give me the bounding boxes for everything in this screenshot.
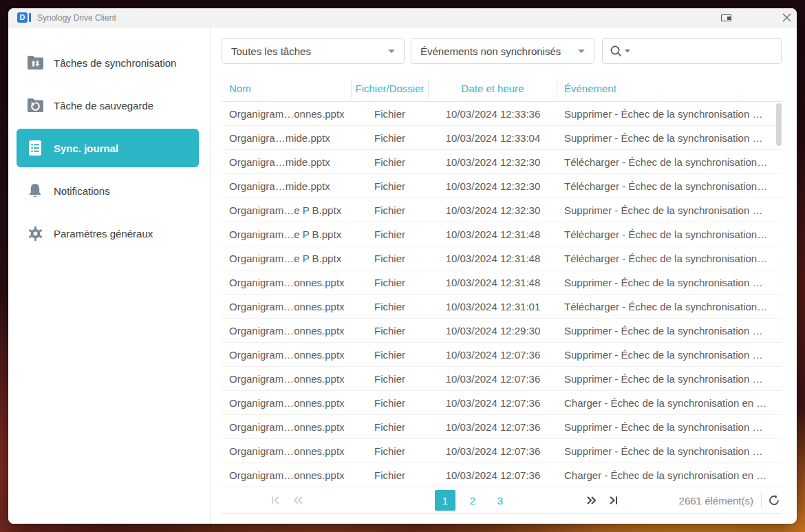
sidebar-item-label: Paramètres généraux — [54, 228, 153, 240]
close-icon[interactable] — [776, 8, 797, 28]
table-row[interactable]: Organigram…onnes.pptxFichier10/03/2024 1… — [222, 391, 782, 415]
datetime-cell: 10/03/2024 12:33:04 — [429, 132, 557, 144]
table-row[interactable]: Organigram…onnes.pptxFichier10/03/2024 1… — [222, 463, 782, 487]
table-header: Nom Fichier/Dossier Date et heure Événem… — [222, 76, 782, 102]
file-name-cell: Organigram…onnes.pptx — [222, 397, 351, 409]
file-type-cell: Fichier — [351, 397, 429, 409]
file-type-cell: Fichier — [351, 301, 429, 312]
refresh-icon[interactable] — [767, 493, 781, 507]
page-button-2[interactable]: 2 — [462, 490, 483, 511]
event-cell: Charger - Échec de la synchronisation en… — [557, 397, 782, 409]
sidebar-item-label: Notifications — [54, 185, 110, 197]
file-type-cell: Fichier — [351, 253, 429, 264]
table-row[interactable]: Organigram…onnes.pptxFichier10/03/2024 1… — [222, 439, 782, 463]
sidebar-item-sync-journal[interactable]: Sync. journal — [17, 129, 199, 167]
minimize-to-tray-icon[interactable] — [720, 12, 733, 23]
event-filter-dropdown[interactable]: Événements non synchronisés — [411, 38, 594, 64]
search-box[interactable] — [602, 38, 782, 64]
sidebar-item-label: Tâches de synchronisation — [54, 57, 176, 69]
column-header-event[interactable]: Événement — [557, 80, 782, 98]
titlebar[interactable]: D Synology Drive Client — [8, 8, 797, 28]
event-cell: Supprimer - Échec de la synchronisation … — [557, 325, 782, 337]
folder-backup-icon — [26, 96, 44, 114]
table-row[interactable]: Organigra…mide.pptxFichier10/03/2024 12:… — [222, 150, 782, 174]
page-button-3[interactable]: 3 — [490, 490, 511, 511]
sidebar-item-backup-task[interactable]: Tâche de sauvegarde — [8, 84, 210, 127]
previous-page-icon[interactable] — [292, 494, 304, 507]
divider — [761, 493, 762, 508]
table-row[interactable]: Organigram…onnes.pptxFichier10/03/2024 1… — [222, 415, 782, 439]
search-input[interactable] — [636, 45, 774, 57]
event-cell: Supprimer - Échec de la synchronisation … — [557, 421, 782, 433]
next-page-icon[interactable] — [585, 494, 597, 507]
datetime-cell: 10/03/2024 12:07:36 — [429, 421, 557, 433]
event-cell: Télécharger - Échec de la synchronisatio… — [557, 180, 782, 192]
file-name-cell: Organigram…e P B.pptx — [222, 228, 351, 240]
last-page-icon[interactable] — [608, 494, 620, 507]
datetime-cell: 10/03/2024 12:31:48 — [429, 228, 557, 240]
column-header-datetime[interactable]: Date et heure — [429, 80, 557, 98]
column-header-name[interactable]: Nom — [222, 80, 351, 98]
event-cell: Télécharger - Échec de la synchronisatio… — [557, 156, 782, 168]
file-name-cell: Organigram…e P B.pptx — [222, 204, 351, 216]
task-filter-value: Toutes les tâches — [231, 45, 311, 57]
scrollbar-thumb[interactable] — [776, 103, 782, 146]
file-name-cell: Organigram…onnes.pptx — [222, 349, 351, 361]
file-name-cell: Organigram…onnes.pptx — [222, 469, 351, 481]
column-header-file-folder[interactable]: Fichier/Dossier — [351, 80, 429, 98]
sidebar-item-label: Tâche de sauvegarde — [54, 100, 153, 111]
pagination-bar: 1 2 3 2661 élément(s) — [222, 487, 782, 514]
file-name-cell: Organigram…onnes.pptx — [222, 421, 351, 433]
search-filter-caret-icon — [625, 50, 630, 52]
datetime-cell: 10/03/2024 12:07:36 — [429, 397, 557, 409]
file-type-cell: Fichier — [351, 349, 429, 361]
table-row[interactable]: Organigram…onnes.pptxFichier10/03/2024 1… — [222, 367, 782, 391]
table-row[interactable]: Organigram…onnes.pptxFichier10/03/2024 1… — [222, 102, 782, 126]
datetime-cell: 10/03/2024 12:32:30 — [429, 156, 557, 168]
app-window: D Synology Drive Client Tâches de synchr… — [8, 8, 797, 524]
sync-log-table: Nom Fichier/Dossier Date et heure Événem… — [222, 76, 782, 487]
page-numbers: 1 2 3 — [435, 490, 511, 511]
datetime-cell: 10/03/2024 12:29:30 — [429, 325, 557, 337]
file-type-cell: Fichier — [351, 277, 429, 288]
datetime-cell: 10/03/2024 12:31:01 — [429, 301, 557, 312]
sidebar-item-general-settings[interactable]: Paramètres généraux — [8, 212, 210, 255]
chevron-down-icon — [578, 50, 585, 53]
table-row[interactable]: Organigram…onnes.pptxFichier10/03/2024 1… — [222, 295, 782, 319]
file-name-cell: Organigram…onnes.pptx — [222, 301, 351, 312]
first-page-icon[interactable] — [269, 494, 281, 507]
window-title: Synology Drive Client — [37, 13, 116, 23]
file-type-cell: Fichier — [351, 445, 429, 457]
sidebar-item-notifications[interactable]: Notifications — [8, 169, 210, 212]
file-type-cell: Fichier — [351, 325, 429, 337]
event-cell: Supprimer - Échec de la synchronisation … — [557, 132, 782, 144]
gear-icon — [26, 224, 44, 242]
table-row[interactable]: Organigram…e P B.pptxFichier10/03/2024 1… — [222, 246, 782, 270]
file-name-cell: Organigram…onnes.pptx — [222, 108, 351, 120]
sidebar-item-sync-tasks[interactable]: Tâches de synchronisation — [8, 41, 210, 84]
table-row[interactable]: Organigram…onnes.pptxFichier10/03/2024 1… — [222, 319, 782, 343]
table-row[interactable]: Organigra…mide.pptxFichier10/03/2024 12:… — [222, 126, 782, 150]
chevron-down-icon — [388, 50, 395, 53]
table-row[interactable]: Organigram…e P B.pptxFichier10/03/2024 1… — [222, 222, 782, 246]
datetime-cell: 10/03/2024 12:33:36 — [429, 108, 557, 120]
file-type-cell: Fichier — [351, 469, 429, 481]
file-name-cell: Organigram…e P B.pptx — [222, 253, 351, 264]
datetime-cell: 10/03/2024 12:32:30 — [429, 180, 557, 192]
event-cell: Télécharger - Échec de la synchronisatio… — [557, 301, 782, 312]
journal-list-icon — [26, 139, 44, 157]
table-row[interactable]: Organigram…onnes.pptxFichier10/03/2024 1… — [222, 270, 782, 295]
file-type-cell: Fichier — [351, 132, 429, 144]
file-type-cell: Fichier — [351, 228, 429, 240]
event-cell: Charger - Échec de la synchronisation en… — [557, 469, 782, 481]
file-type-cell: Fichier — [351, 180, 429, 192]
table-row[interactable]: Organigram…onnes.pptxFichier10/03/2024 1… — [222, 343, 782, 367]
event-cell: Supprimer - Échec de la synchronisation … — [557, 349, 782, 361]
datetime-cell: 10/03/2024 12:07:36 — [429, 445, 557, 457]
table-row[interactable]: Organigram…e P B.pptxFichier10/03/2024 1… — [222, 198, 782, 222]
page-button-1[interactable]: 1 — [435, 490, 455, 511]
datetime-cell: 10/03/2024 12:07:36 — [429, 469, 557, 481]
table-row[interactable]: Organigra…mide.pptxFichier10/03/2024 12:… — [222, 174, 782, 198]
task-filter-dropdown[interactable]: Toutes les tâches — [222, 38, 405, 64]
event-cell: Supprimer - Échec de la synchronisation … — [557, 277, 782, 288]
